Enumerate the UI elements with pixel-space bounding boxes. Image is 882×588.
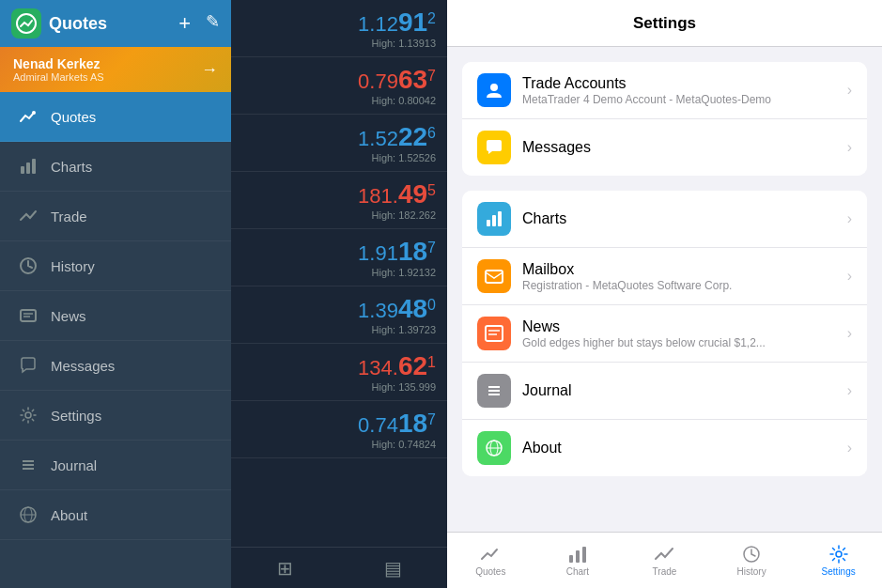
settings-row-messages[interactable]: Messages › <box>462 119 867 176</box>
mailbox-subtitle: Registration - MetaQuotes Software Corp. <box>522 279 847 292</box>
messages-row-icon <box>477 131 511 164</box>
sidebar-title: Quotes <box>49 14 107 34</box>
quote-high-1: High: 0.80042 <box>242 95 436 106</box>
news-row-content: News Gold edges higher but stays below c… <box>522 318 847 349</box>
sidebar-item-charts[interactable]: Charts <box>0 142 231 192</box>
tab-settings[interactable]: Settings <box>795 533 882 588</box>
tab-bar: Quotes Chart Trade History Settings <box>447 532 882 588</box>
settings-icon <box>17 404 39 426</box>
tab-history-label: History <box>737 566 766 577</box>
settings-row-mailbox[interactable]: Mailbox Registration - MetaQuotes Softwa… <box>462 248 867 305</box>
settings-header: Settings <box>447 0 882 47</box>
settings-row-trade-accounts[interactable]: Trade Accounts MetaTrader 4 Demo Account… <box>462 62 867 119</box>
sidebar-header-left: Quotes <box>11 8 107 39</box>
about-row-title: About <box>522 440 847 456</box>
history-icon <box>17 255 39 277</box>
quote-high-6: High: 135.999 <box>242 381 436 393</box>
quote-price-1: 0.79637 <box>242 65 436 95</box>
journal-row-title: Journal <box>522 382 847 399</box>
journal-row-content: Journal <box>522 382 847 399</box>
tab-trade[interactable]: Trade <box>621 533 708 588</box>
tab-history-icon <box>741 544 762 565</box>
sidebar-navigation: Quotes Charts Trade History <box>0 92 231 588</box>
sidebar-item-settings[interactable]: Settings <box>0 391 231 441</box>
sidebar-item-journal-label: Journal <box>51 457 97 473</box>
quotes-list: 1.12912 High: 1.13913 0.79637 High: 0.80… <box>231 0 447 547</box>
quote-item-3[interactable]: 181.495 High: 182.262 <box>231 172 447 229</box>
trade-accounts-subtitle: MetaTrader 4 Demo Account - MetaQuotes-D… <box>522 93 847 106</box>
sidebar-item-quotes[interactable]: Quotes <box>0 92 231 142</box>
quote-high-2: High: 1.52526 <box>242 152 436 163</box>
svg-point-16 <box>490 84 498 91</box>
charts-chevron: › <box>847 210 852 227</box>
settings-row-about[interactable]: About › <box>462 420 867 476</box>
trade-accounts-icon <box>477 73 511 107</box>
mailbox-title: Mailbox <box>522 261 847 278</box>
svg-rect-32 <box>582 547 586 563</box>
quote-item-2[interactable]: 1.52226 High: 1.52526 <box>231 115 447 172</box>
news-row-title: News <box>522 318 847 335</box>
quote-item-0[interactable]: 1.12912 High: 1.13913 <box>231 0 447 57</box>
settings-row-news[interactable]: News Gold edges higher but stays below c… <box>462 305 867 363</box>
news-chevron: › <box>847 325 852 342</box>
settings-row-charts[interactable]: Charts › <box>462 191 867 248</box>
sidebar-item-messages[interactable]: Messages <box>0 341 231 391</box>
charts-icon <box>17 155 39 178</box>
trade-accounts-content: Trade Accounts MetaTrader 4 Demo Account… <box>522 75 847 106</box>
settings-title: Settings <box>633 14 696 33</box>
sidebar-item-about[interactable]: About <box>0 490 231 540</box>
quote-high-7: High: 0.74824 <box>242 439 436 450</box>
news-row-subtitle: Gold edges higher but stays below crucia… <box>522 336 847 349</box>
news-row-icon <box>477 317 511 350</box>
quotes-bottom-bar: ⊞ ▤ <box>231 547 447 588</box>
tab-quotes-icon <box>480 544 501 565</box>
settings-group-1: Trade Accounts MetaTrader 4 Demo Account… <box>462 62 867 176</box>
sidebar-item-journal[interactable]: Journal <box>0 441 231 490</box>
svg-rect-2 <box>21 166 24 174</box>
tab-history[interactable]: History <box>708 533 796 588</box>
sidebar-item-history[interactable]: History <box>0 241 231 291</box>
news-icon <box>17 304 39 327</box>
tab-quotes[interactable]: Quotes <box>447 533 534 588</box>
mailbox-content: Mailbox Registration - MetaQuotes Softwa… <box>522 261 847 292</box>
about-row-icon <box>477 431 511 465</box>
svg-rect-6 <box>21 310 36 321</box>
settings-row-journal[interactable]: Journal › <box>462 363 867 420</box>
mailbox-chevron: › <box>847 268 852 285</box>
tab-chart[interactable]: Chart <box>534 533 622 588</box>
sidebar-item-messages-label: Messages <box>51 358 115 374</box>
edit-icon[interactable]: ✎ <box>206 11 220 36</box>
quote-price-0: 1.12912 <box>242 8 436 38</box>
quote-price-5: 1.39480 <box>242 294 436 324</box>
trade-icon <box>17 205 39 227</box>
panel-icon-2[interactable]: ▤ <box>384 557 402 580</box>
quote-price-7: 0.74187 <box>242 409 436 439</box>
settings-panel: Settings Trade Accounts MetaTrader 4 Dem… <box>447 0 882 588</box>
quotes-panel: 1.12912 High: 1.13913 0.79637 High: 0.80… <box>231 0 447 588</box>
svg-rect-20 <box>486 271 503 283</box>
panel-icon-1[interactable]: ⊞ <box>277 557 293 580</box>
quote-item-7[interactable]: 0.74187 High: 0.74824 <box>231 401 447 458</box>
charts-row-icon <box>477 202 511 236</box>
quote-item-5[interactable]: 1.39480 High: 1.39723 <box>231 286 447 344</box>
tab-settings-label: Settings <box>822 566 856 577</box>
tab-chart-label: Chart <box>566 566 589 577</box>
messages-row-content: Messages <box>522 139 847 156</box>
charts-row-title: Charts <box>522 210 847 227</box>
charts-row-content: Charts <box>522 210 847 227</box>
tab-trade-label: Trade <box>653 566 677 577</box>
journal-row-icon <box>477 374 511 408</box>
sidebar-item-news[interactable]: News <box>0 291 231 341</box>
sidebar: Quotes + ✎ Nenad Kerkez Admiral Markets … <box>0 0 231 588</box>
svg-point-1 <box>32 111 36 115</box>
quote-item-1[interactable]: 0.79637 High: 0.80042 <box>231 57 447 115</box>
quote-item-6[interactable]: 134.621 High: 135.999 <box>231 344 447 401</box>
journal-icon <box>17 454 39 476</box>
add-icon[interactable]: + <box>178 11 191 36</box>
sidebar-item-trade[interactable]: Trade <box>0 192 231 241</box>
app-logo <box>11 8 41 39</box>
svg-point-34 <box>836 551 842 557</box>
messages-row-title: Messages <box>522 139 847 156</box>
user-card[interactable]: Nenad Kerkez Admiral Markets AS → <box>0 47 231 92</box>
quote-item-4[interactable]: 1.91187 High: 1.92132 <box>231 229 447 286</box>
